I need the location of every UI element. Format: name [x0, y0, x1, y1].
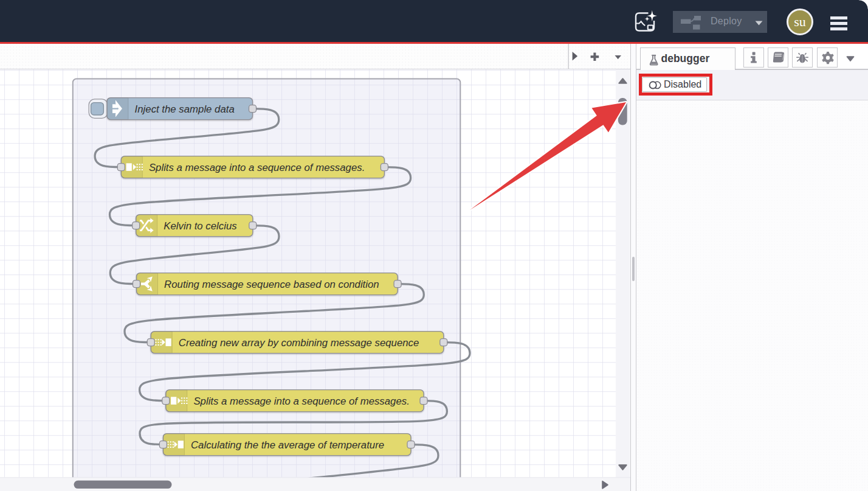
- svg-text:Calculating the the average of: Calculating the the average of temperatu…: [191, 439, 384, 451]
- svg-text:Splits a message into a sequen: Splits a message into a sequence of mess…: [149, 162, 365, 173]
- svg-text:Creating new array by combinin: Creating new array by combining message …: [179, 337, 419, 349]
- svg-text:Inject the sample data: Inject the sample data: [135, 103, 235, 115]
- svg-text:Routing message sequence based: Routing message sequence based on condit…: [164, 279, 379, 290]
- svg-text:Splits a message into a sequen: Splits a message into a sequence of mess…: [193, 395, 409, 407]
- svg-text:Kelvin to celcius: Kelvin to celcius: [164, 220, 237, 232]
